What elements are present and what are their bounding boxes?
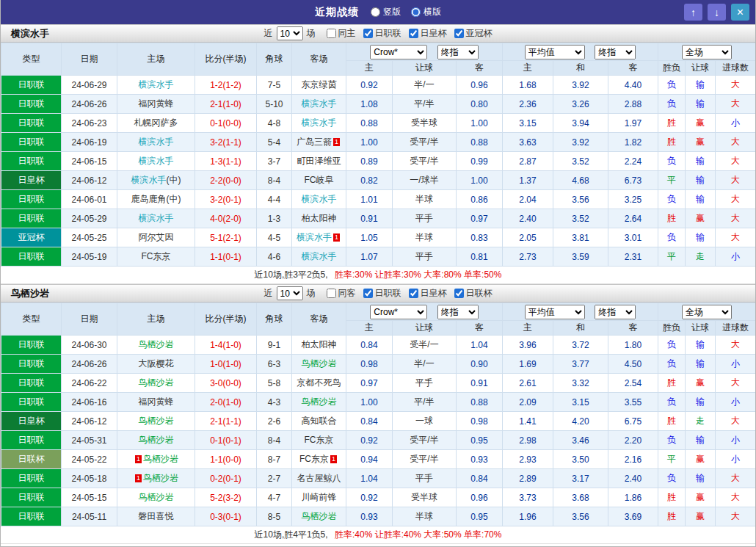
checkbox-input[interactable] xyxy=(454,29,464,38)
team-link[interactable]: 鸟栖沙岩 xyxy=(139,492,174,502)
filter-checkbox-亚冠杯[interactable]: 亚冠杯 xyxy=(454,27,493,40)
layout-radio-vertical[interactable]: 竖版 xyxy=(371,6,401,18)
home-team[interactable]: 札幌冈萨多 xyxy=(117,114,195,133)
score[interactable]: 2-2(0-0) xyxy=(195,171,257,190)
away-team[interactable]: FC岐阜 xyxy=(292,171,346,190)
period-select[interactable]: 全场 xyxy=(682,305,732,319)
away-team[interactable]: 广岛三箭1 xyxy=(292,133,346,152)
team-link[interactable]: 川崎前锋 xyxy=(302,492,337,502)
filter-checkbox-同客[interactable]: 同客 xyxy=(327,287,356,300)
away-team[interactable]: 东京绿茵 xyxy=(292,76,346,95)
team-link[interactable]: 横滨水手 xyxy=(139,79,174,90)
score[interactable]: 2-1(1-0) xyxy=(195,95,257,114)
team-link[interactable]: 广岛三箭 xyxy=(297,137,332,147)
team-link[interactable]: 柏太阳神 xyxy=(302,339,337,349)
team-link[interactable]: 阿尔艾因 xyxy=(139,232,174,242)
team-link[interactable]: 横滨水手 xyxy=(302,98,337,109)
team-link[interactable]: 横滨水手 xyxy=(139,213,174,223)
average-stage-select[interactable]: 终指 xyxy=(595,305,636,319)
radio-input-horizontal[interactable] xyxy=(411,7,421,17)
score[interactable]: 5-2(3-2) xyxy=(195,488,257,507)
match-count-select[interactable]: 10 xyxy=(277,286,303,300)
checkbox-input[interactable] xyxy=(409,289,418,298)
team-link[interactable]: 横滨水手 xyxy=(131,175,167,185)
average-select[interactable]: 平均值 xyxy=(525,45,585,59)
average-select[interactable]: 平均值 xyxy=(525,305,585,319)
score[interactable]: 3-0(0-0) xyxy=(195,374,257,393)
score[interactable]: 2-0(1-0) xyxy=(195,393,257,412)
home-team[interactable]: 1鸟栖沙岩 xyxy=(117,450,195,469)
home-team[interactable]: 鸟栖沙岩 xyxy=(117,336,195,355)
score[interactable]: 3-2(1-1) xyxy=(195,133,257,152)
home-team[interactable]: 鸟栖沙岩 xyxy=(117,488,195,507)
team-link[interactable]: FC东京 xyxy=(299,454,329,464)
filter-checkbox-日职联[interactable]: 日职联 xyxy=(363,287,401,300)
checkbox-input[interactable] xyxy=(327,289,336,298)
checkbox-input[interactable] xyxy=(363,289,373,298)
home-team[interactable]: 鸟栖沙岩 xyxy=(117,374,195,393)
home-team[interactable]: 鸟栖沙岩 xyxy=(117,431,195,450)
home-team[interactable]: 磐田喜悦 xyxy=(117,507,195,526)
team-link[interactable]: 鸟栖沙岩 xyxy=(139,416,174,426)
move-down-button[interactable]: ↓ xyxy=(708,4,726,21)
team-link[interactable]: 名古屋鲸八 xyxy=(297,473,341,483)
away-team[interactable]: 柏太阳神 xyxy=(292,209,346,228)
team-link[interactable]: 高知联合 xyxy=(302,416,337,426)
odds-stage-select[interactable]: 终指 xyxy=(437,45,479,59)
home-team[interactable]: FC东京 xyxy=(117,247,195,267)
away-team[interactable]: 川崎前锋 xyxy=(292,488,346,507)
home-team[interactable]: 鹿岛鹿角(中) xyxy=(117,190,195,209)
close-button[interactable]: × xyxy=(731,4,749,21)
bookmaker-select[interactable]: Crow* xyxy=(370,305,427,319)
away-team[interactable]: 鸟栖沙岩 xyxy=(292,355,346,374)
team-link[interactable]: 东京绿茵 xyxy=(302,79,337,90)
home-team[interactable]: 福冈黄蜂 xyxy=(117,393,195,412)
home-team[interactable]: 福冈黄蜂 xyxy=(117,95,195,114)
filter-checkbox-日皇杯[interactable]: 日皇杯 xyxy=(409,287,447,300)
move-up-button[interactable]: ↑ xyxy=(684,4,702,21)
team-link[interactable]: 鸟栖沙岩 xyxy=(302,358,337,369)
away-team[interactable]: 横滨水手 xyxy=(292,114,346,133)
home-team[interactable]: 阿尔艾因 xyxy=(117,228,195,247)
team-link[interactable]: 横滨水手 xyxy=(302,117,337,128)
team-link[interactable]: 鸟栖沙岩 xyxy=(139,435,174,445)
score[interactable]: 5-1(2-1) xyxy=(195,228,257,247)
bookmaker-select[interactable]: Crow* xyxy=(370,45,427,59)
checkbox-input[interactable] xyxy=(363,29,373,38)
team-link[interactable]: FC岐阜 xyxy=(305,175,334,185)
average-stage-select[interactable]: 终指 xyxy=(595,45,636,59)
home-team[interactable]: 横滨水手 xyxy=(117,133,195,152)
checkbox-input[interactable] xyxy=(409,29,418,38)
score[interactable]: 1-3(1-1) xyxy=(195,152,257,171)
away-team[interactable]: 京都不死鸟 xyxy=(292,374,346,393)
score[interactable]: 1-4(1-0) xyxy=(195,336,257,355)
score[interactable]: 4-0(2-0) xyxy=(195,209,257,228)
team-link[interactable]: 京都不死鸟 xyxy=(297,377,341,388)
team-link[interactable]: 鸟栖沙岩 xyxy=(143,473,178,483)
score[interactable]: 3-2(0-1) xyxy=(195,190,257,209)
home-team[interactable]: 1鸟栖沙岩 xyxy=(117,469,195,488)
team-link[interactable]: 鸟栖沙岩 xyxy=(139,377,174,388)
team-link[interactable]: 横滨水手 xyxy=(297,232,332,242)
team-link[interactable]: 横滨水手 xyxy=(139,156,174,166)
score[interactable]: 0-3(0-1) xyxy=(195,507,257,526)
score[interactable]: 1-0(1-0) xyxy=(195,355,257,374)
away-team[interactable]: 柏太阳神 xyxy=(292,336,346,355)
team-link[interactable]: 福冈黄蜂 xyxy=(139,396,174,407)
filter-checkbox-同主[interactable]: 同主 xyxy=(327,27,356,40)
score[interactable]: 1-1(0-0) xyxy=(195,450,257,469)
match-count-select[interactable]: 10 xyxy=(277,26,303,40)
checkbox-input[interactable] xyxy=(454,289,464,298)
home-team[interactable]: 横滨水手 xyxy=(117,209,195,228)
filter-checkbox-日职联[interactable]: 日职联 xyxy=(363,27,401,40)
team-link[interactable]: 福冈黄蜂 xyxy=(139,98,174,109)
away-team[interactable]: 鸟栖沙岩 xyxy=(292,507,346,526)
home-team[interactable]: 横滨水手 xyxy=(117,76,195,95)
team-link[interactable]: FC东京 xyxy=(142,251,171,261)
home-team[interactable]: 横滨水手 xyxy=(117,152,195,171)
team-link[interactable]: 鹿岛鹿角 xyxy=(131,194,167,204)
checkbox-input[interactable] xyxy=(327,29,336,38)
away-team[interactable]: 高知联合 xyxy=(292,412,346,431)
home-team[interactable]: 横滨水手(中) xyxy=(117,171,195,190)
team-link[interactable]: 大阪樱花 xyxy=(139,358,174,369)
